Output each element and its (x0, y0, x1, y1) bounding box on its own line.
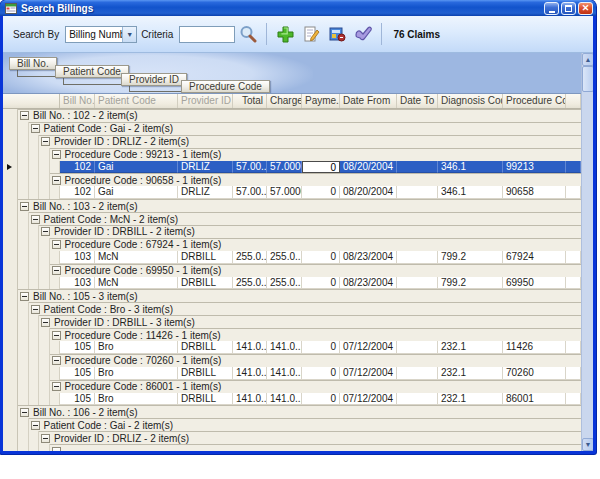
criteria-input[interactable] (179, 26, 235, 43)
row-indicator[interactable] (3, 161, 18, 174)
group-by-panel[interactable]: Bill No. Patient Code Provider ID Proced… (3, 53, 593, 94)
collapse-icon[interactable] (52, 382, 61, 391)
cell-patient_code[interactable]: Gai (95, 161, 178, 174)
row-indicator[interactable] (3, 302, 18, 315)
cell-bill_no[interactable]: 105 (60, 341, 95, 354)
group-cell[interactable]: Provider ID : DRBILL - 3 item(s) (39, 315, 581, 328)
group-cell[interactable] (50, 444, 582, 451)
group-row[interactable] (3, 444, 581, 451)
collapse-icon[interactable] (20, 292, 29, 301)
accept-button[interactable] (352, 23, 374, 45)
group-cell[interactable]: Bill No. : 103 - 2 item(s) (18, 199, 581, 212)
cell-date_to[interactable] (397, 161, 438, 174)
group-row[interactable]: Procedure Code : 90658 - 1 item(s) (3, 173, 581, 186)
row-indicator[interactable] (3, 418, 18, 431)
vertical-scrollbar[interactable]: ▲ ▼ (581, 53, 593, 451)
group-cell[interactable]: Procedure Code : 90658 - 1 item(s) (50, 173, 582, 186)
row-indicator[interactable] (3, 225, 18, 238)
cell-charges[interactable]: 141.0... (267, 393, 302, 406)
maximize-button[interactable] (561, 2, 576, 15)
cell-date_from[interactable]: 07/12/2004 (340, 367, 397, 380)
group-row[interactable]: Procedure Code : 99213 - 1 item(s) (3, 148, 581, 161)
group-row[interactable]: Procedure Code : 70260 - 1 item(s) (3, 354, 581, 367)
group-row[interactable]: Bill No. : 103 - 2 item(s) (3, 199, 581, 212)
group-cell[interactable]: Bill No. : 106 - 2 item(s) (18, 405, 581, 418)
cell-charges[interactable]: 141.0... (267, 367, 302, 380)
cell-charges[interactable]: 255.0... (267, 277, 302, 290)
group-cell[interactable]: Patient Code : Bro - 3 item(s) (29, 302, 582, 315)
cell-patient_code[interactable]: Bro (95, 341, 178, 354)
close-button[interactable]: ✕ (578, 2, 593, 15)
cell-diagnosis_code[interactable]: 799.2 (438, 251, 503, 264)
row-indicator[interactable] (3, 405, 18, 418)
row-indicator[interactable] (3, 289, 18, 302)
cell-procedure_code[interactable]: 67924 (503, 251, 566, 264)
cell-provider_id[interactable]: DRLIZ (178, 186, 233, 199)
column-header-charges[interactable]: Charges (267, 94, 302, 108)
group-cell[interactable]: Provider ID : DRLIZ - 2 item(s) (39, 135, 581, 148)
collapse-icon[interactable] (41, 137, 50, 146)
data-row[interactable]: 105BroDRBILL141.0...141.0...007/12/20042… (3, 341, 581, 354)
collapse-icon[interactable] (41, 434, 50, 443)
cell-payment[interactable]: 0 (302, 161, 340, 174)
cell-patient_code[interactable]: McN (95, 277, 178, 290)
cell-provider_id[interactable]: DRBILL (178, 277, 233, 290)
group-row[interactable]: Procedure Code : 67924 - 1 item(s) (3, 238, 581, 251)
minimize-button[interactable] (544, 2, 559, 15)
cell-charges[interactable]: 141.0... (267, 341, 302, 354)
cell-diagnosis_code[interactable]: 799.2 (438, 277, 503, 290)
cell-diagnosis_code[interactable]: 346.1 (438, 186, 503, 199)
cell-total[interactable]: 141.0... (233, 367, 267, 380)
group-cell[interactable]: Bill No. : 105 - 3 item(s) (18, 289, 581, 302)
group-cell[interactable]: Provider ID : DRLIZ - 2 item(s) (39, 431, 581, 444)
row-indicator[interactable] (3, 238, 18, 251)
collapse-icon[interactable] (41, 318, 50, 327)
row-indicator[interactable] (3, 328, 18, 341)
collapse-icon[interactable] (52, 331, 61, 340)
group-row[interactable]: Procedure Code : 86001 - 1 item(s) (3, 380, 581, 393)
cell-payment[interactable]: 0 (302, 186, 340, 199)
row-indicator[interactable] (3, 431, 18, 444)
row-indicator[interactable] (3, 315, 18, 328)
cell-patient_code[interactable]: McN (95, 251, 178, 264)
group-row[interactable]: Procedure Code : 11426 - 1 item(s) (3, 328, 581, 341)
cell-diagnosis_code[interactable]: 232.1 (438, 393, 503, 406)
cell-patient_code[interactable]: Gai (95, 186, 178, 199)
cell-date_from[interactable]: 07/12/2004 (340, 393, 397, 406)
cell-charges[interactable]: 255.0... (267, 251, 302, 264)
row-indicator[interactable] (3, 135, 18, 148)
cell-total[interactable]: 255.0... (233, 277, 267, 290)
cell-procedure_code[interactable]: 70260 (503, 367, 566, 380)
cell-diagnosis_code[interactable]: 232.1 (438, 367, 503, 380)
collapse-icon[interactable] (31, 124, 40, 133)
column-header-payment[interactable]: Payme... (302, 94, 340, 108)
cell-total[interactable]: 57.00... (233, 186, 267, 199)
cell-total[interactable]: 255.0... (233, 251, 267, 264)
group-cell[interactable]: Patient Code : McN - 2 item(s) (29, 212, 582, 225)
cell-procedure_code[interactable]: 86001 (503, 393, 566, 406)
group-cell[interactable]: Procedure Code : 11426 - 1 item(s) (50, 328, 582, 341)
cell-date_to[interactable] (397, 393, 438, 406)
group-cell[interactable]: Procedure Code : 67924 - 1 item(s) (50, 238, 582, 251)
data-row[interactable]: 103McNDRBILL255.0...255.0...008/23/20047… (3, 251, 581, 264)
row-indicator[interactable] (3, 109, 18, 122)
group-cell[interactable]: Bill No. : 102 - 2 item(s) (18, 109, 581, 122)
cell-diagnosis_code[interactable]: 346.1 (438, 161, 503, 174)
cell-bill_no[interactable]: 105 (60, 393, 95, 406)
cell-date_from[interactable]: 08/23/2004 (340, 251, 397, 264)
row-indicator[interactable] (3, 186, 18, 199)
row-indicator[interactable] (3, 277, 18, 290)
group-cell[interactable]: Procedure Code : 99213 - 1 item(s) (50, 148, 582, 161)
chevron-down-icon[interactable]: ▼ (122, 27, 136, 42)
collapse-icon[interactable] (31, 305, 40, 314)
group-row[interactable]: Provider ID : DRLIZ - 2 item(s) (3, 431, 581, 444)
row-indicator[interactable] (3, 148, 18, 161)
cell-bill_no[interactable]: 103 (60, 277, 95, 290)
group-row[interactable]: Bill No. : 102 - 2 item(s) (3, 109, 581, 122)
column-header-provider_id[interactable]: Provider ID (178, 94, 233, 108)
group-row[interactable]: Patient Code : Gai - 2 item(s) (3, 418, 581, 431)
cell-date_to[interactable] (397, 277, 438, 290)
cell-patient_code[interactable]: Bro (95, 367, 178, 380)
row-indicator[interactable] (3, 354, 18, 367)
group-row[interactable]: Bill No. : 105 - 3 item(s) (3, 289, 581, 302)
